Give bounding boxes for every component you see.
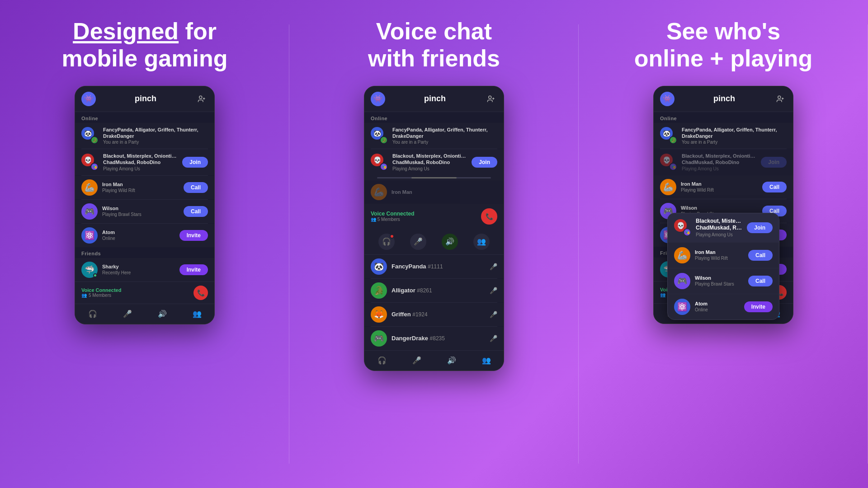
nav-headset-2[interactable]: 🎧 [376,354,388,367]
party-item-2[interactable]: 🐼 🐊 FancyPanda, Alligator, Griffen, Thun… [364,123,504,149]
vm-avatar-fancypanda: 🐼 [371,258,387,275]
group-avatar-2: 💀 🎭 [371,154,388,171]
ironman-item-3[interactable]: 🦾 Iron Man Playing Wild Rift Call [654,175,793,199]
party-item-1[interactable]: 🐼 🐊 FancyPanda, Alligator, Griffen, Thun… [75,123,214,149]
vm-avatar-alligator: 🐊 [371,282,387,299]
wilson-call-button-1[interactable]: Call [184,206,208,217]
voice-member-fancypanda[interactable]: 🐼 FancyPanda #1111 🎤 [364,255,504,278]
ironman-name-2: Iron Man [392,189,497,195]
atom-invite-button-1[interactable]: Invite [179,230,208,241]
group-item-2[interactable]: 💀 🎭 Blackout, Misterplex, Oniontime,Chad… [364,149,504,175]
join-button-1[interactable]: Join [182,157,208,168]
voice-member-griffen[interactable]: 🦊 Griffen #1924 🎤 [364,303,504,326]
app-header-1: 👾 pinch [75,86,214,112]
group-names-3: Blackout, Misterplex, Oniontime,ChadMusk… [682,153,756,166]
voice-member-alligator[interactable]: 🐊 Alligator #8261 🎤 [364,279,504,302]
vm-mic-fancypanda: 🎤 [490,263,497,270]
panel3-title: See who'sonline + playing [634,18,812,72]
sharky-sub-1: Recently Here [102,270,175,276]
ironman-call-button-1[interactable]: Call [184,182,208,193]
phone-mockup-2: 👾 pinch Online 🐼 🐊 FancyPanda, Alligator… [364,86,504,371]
popup-wilson-avatar: 🎮 [674,273,690,289]
popup-ironman-sub: Playing Wild Rift [695,255,744,261]
phone-mockup-3: 👾 pinch Online 🐼 🐊 FancyPanda, Alligator… [653,86,793,324]
popup-atom-invite[interactable]: Invite [744,301,773,312]
add-friend-icon-1[interactable] [195,93,208,105]
add-friend-icon-2[interactable] [485,93,497,105]
pinch-logo-2: 👾 [371,92,385,106]
voice-connected-text-1: Voice Connected [81,287,121,293]
ironman-avatar-3: 🦾 [660,179,676,195]
ironman-text-1: Iron Man Playing Wild Rift [102,181,179,193]
nav-group-1[interactable]: 👥 [191,308,203,320]
nav-speaker-2[interactable]: 🔊 [445,354,458,367]
popup-group-avatar: 💀 🎭 [674,219,691,236]
party-item-3[interactable]: 🐼 🐊 FancyPanda, Alligator, Griffen, Thun… [654,123,793,149]
wilson-sub-1: Playing Brawl Stars [102,211,179,217]
app-name-3: pinch [675,94,774,103]
ironman-item-2-partial: 🦾 Iron Man [364,180,504,204]
bottom-nav-1: 🎧 🎤 🔊 👥 [75,304,214,324]
party-avatar-1: 🐼 🐊 [81,127,99,144]
nav-speaker-1[interactable]: 🔊 [156,308,169,320]
popup-join-button[interactable]: Join [747,222,773,233]
popup-ironman-item[interactable]: 🦾 Iron Man Playing Wild Rift Call [668,243,779,268]
atom-sub-1: Online [102,235,175,241]
popup-group-names: Blackout, Misterplex, Oniontime,ChadMusk… [696,218,742,232]
nav-group-2[interactable]: 👥 [480,354,493,367]
group-item-1[interactable]: 💀 🎭 Blackout, Misterplex, Oniontime,Chad… [75,149,214,175]
ironman-text-2: Iron Man [392,189,497,195]
atom-name-1: Atom [102,229,175,235]
group-text-1: Blackout, Misterplex, Oniontime,ChadMusk… [103,153,178,172]
group-names-2: Blackout, Misterplex, Oniontime,ChadMusk… [392,153,467,166]
vc-speaker-btn-2[interactable]: 🔊 [442,234,458,250]
end-call-button-1[interactable]: 📞 [193,286,208,300]
voice-bar-1: Voice Connected 👥 5 Members 📞 [75,282,214,304]
vc-headset-btn-2[interactable]: 🎧 [378,234,395,250]
popup-wilson-name: Wilson [695,275,744,281]
popup-wilson-text: Wilson Playing Brawl Stars [695,275,744,287]
group-sub-3: Playing Among Us [682,166,756,172]
add-friend-icon-3[interactable] [774,93,787,105]
vm-name-fancypanda: FancyPanda #1111 [392,263,485,270]
vc-mic-btn-2[interactable]: 🎤 [410,234,426,250]
vc-info-2: Voice Connected 👥 5 Members [371,211,414,222]
group-sub-1: Playing Among Us [103,166,178,172]
party-names-3: FancyPanda, Alligator, Griffen, Thunterr… [682,127,787,140]
popup-wilson-item[interactable]: 🎮 Wilson Playing Brawl Stars Call [668,268,779,294]
panel2-title: Voice chatwith friends [368,18,500,72]
ironman-sub-1: Playing Wild Rift [102,188,179,193]
sharky-item-1[interactable]: 🦈 Sharky Recently Here Invite [75,258,214,282]
ironman-item-1[interactable]: 🦾 Iron Man Playing Wild Rift Call [75,176,214,199]
voice-member-dangerdrake[interactable]: 🎮 DangerDrake #8235 🎤 [364,327,504,350]
ironman-text-3: Iron Man Playing Wild Rift [681,181,758,193]
panel1-title-underline: Designed [73,18,179,44]
nav-mic-1[interactable]: 🎤 [121,308,134,320]
vc-group-btn-2[interactable]: 👥 [473,234,490,250]
wilson-item-1[interactable]: 🎮 Wilson Playing Brawl Stars Call [75,200,214,223]
sharky-name-1: Sharky [102,263,175,270]
atom-avatar-1: ⚛️ [81,227,98,244]
section-online-3: Online [654,112,793,123]
popup-atom-item[interactable]: ⚛️ Atom Online Invite [668,294,779,319]
nav-mic-2[interactable]: 🎤 [410,354,423,367]
party-sub-3: You are in a Party [682,139,787,145]
ironman-call-button-3[interactable]: Call [762,182,787,192]
popup-ironman-call[interactable]: Call [748,250,773,261]
sharky-invite-button-1[interactable]: Invite [179,264,208,275]
pinch-logo-1: 👾 [81,92,96,106]
popup-wilson-call[interactable]: Call [748,276,773,286]
vm-name-griffen: Griffen #1924 [392,311,485,318]
voice-members-count-1: 👥 5 Members [81,293,121,298]
popup-group-item[interactable]: 💀 🎭 Blackout, Misterplex, Oniontime,Chad… [668,213,779,242]
popup-atom-avatar: ⚛️ [674,299,690,315]
members-text-1: 5 Members [89,293,111,298]
end-call-button-2[interactable]: 📞 [481,208,497,225]
section-online-1: Online [75,112,214,123]
bottom-nav-2: 🎧 🎤 🔊 👥 [364,350,504,371]
panel-online: See who'sonline + playing 👾 pinch Online… [579,0,868,488]
join-button-2[interactable]: Join [472,157,497,168]
nav-headset-1[interactable]: 🎧 [86,308,99,320]
atom-item-1[interactable]: ⚛️ Atom Online Invite [75,224,214,247]
popup-ironman-text: Iron Man Playing Wild Rift [695,249,744,261]
